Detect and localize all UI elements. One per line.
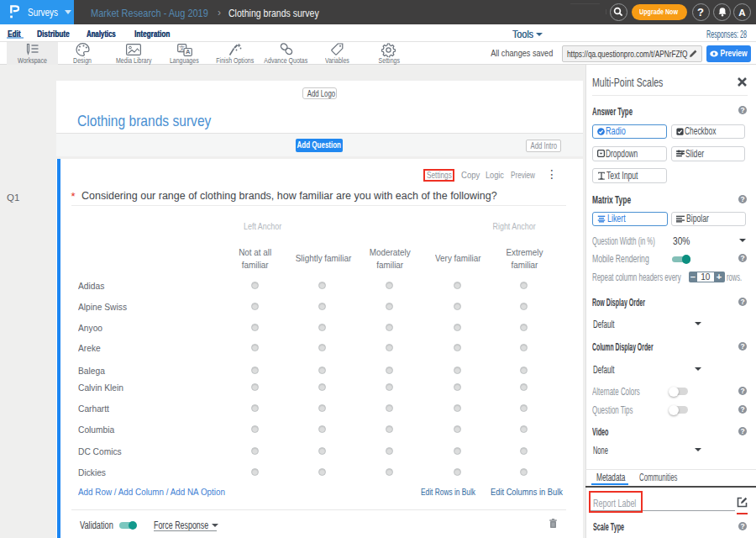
svg-text:A: A bbox=[186, 48, 191, 55]
